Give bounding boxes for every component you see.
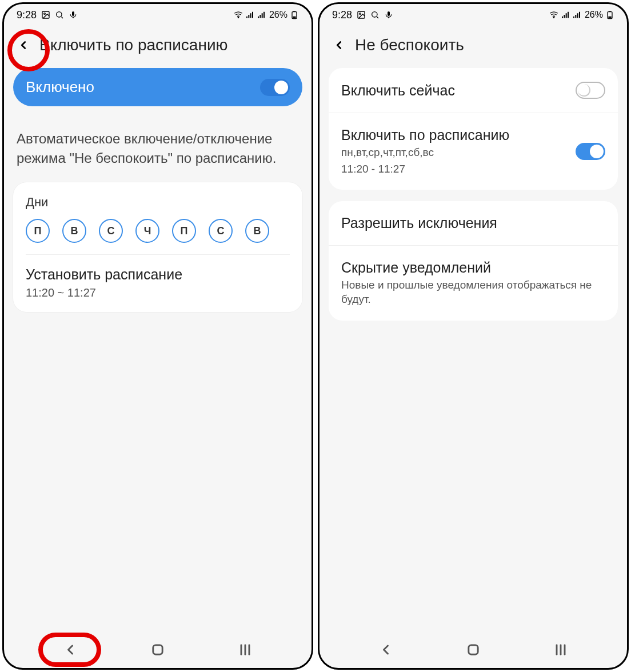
days-section[interactable]: Дни П В С Ч П С В bbox=[26, 195, 290, 243]
search-icon bbox=[55, 10, 64, 19]
svg-rect-18 bbox=[608, 17, 611, 18]
enable-schedule-title: Включить по расписанию bbox=[341, 127, 509, 143]
status-time: 9:28 bbox=[332, 9, 352, 21]
app-header: Не беспокоить bbox=[320, 26, 627, 68]
signal-icon-1 bbox=[561, 10, 570, 19]
svg-rect-3 bbox=[72, 11, 74, 16]
image-icon bbox=[357, 10, 366, 19]
annotation-back-highlight bbox=[7, 29, 50, 71]
phone-right: 9:28 26% bbox=[318, 2, 629, 670]
enable-schedule-switch[interactable] bbox=[576, 143, 605, 160]
day-chip-sat[interactable]: С bbox=[209, 219, 233, 243]
back-button[interactable] bbox=[331, 37, 347, 53]
nav-bar bbox=[320, 631, 627, 668]
nav-home-button[interactable] bbox=[463, 639, 484, 660]
nav-recents-button[interactable] bbox=[235, 639, 255, 660]
status-bar: 9:28 26% bbox=[320, 4, 627, 26]
wifi-icon bbox=[549, 10, 558, 19]
enable-now-switch[interactable] bbox=[576, 82, 605, 99]
battery-percent: 26% bbox=[269, 10, 287, 20]
day-chip-wed[interactable]: С bbox=[99, 219, 123, 243]
day-chip-sun[interactable]: В bbox=[245, 219, 269, 243]
page-title: Не беспокоить bbox=[355, 36, 464, 54]
battery-icon bbox=[605, 10, 614, 19]
svg-rect-19 bbox=[609, 11, 611, 11]
status-time: 9:28 bbox=[17, 9, 37, 21]
svg-rect-15 bbox=[388, 11, 390, 16]
svg-point-4 bbox=[238, 17, 238, 18]
status-left: 9:28 bbox=[17, 9, 78, 21]
svg-point-1 bbox=[44, 13, 46, 15]
exceptions-row[interactable]: Разрешить исключения bbox=[329, 201, 618, 245]
schedule-card: Дни П В С Ч П С В Установить расписание … bbox=[13, 182, 302, 312]
svg-point-14 bbox=[372, 12, 377, 17]
exceptions-title: Разрешить исключения bbox=[341, 215, 497, 231]
annotation-nav-back-highlight bbox=[38, 633, 101, 667]
svg-rect-20 bbox=[469, 645, 478, 654]
signal-icon-2 bbox=[257, 10, 266, 19]
enable-now-title: Включить сейчас bbox=[341, 82, 455, 99]
set-schedule-section[interactable]: Установить расписание 11:20 ~ 11:27 bbox=[26, 254, 290, 299]
schedule-description: Автоматическое включение/отключение режи… bbox=[13, 129, 302, 182]
wifi-icon bbox=[234, 10, 243, 19]
content-right: Включить сейчас Включить по расписанию п… bbox=[320, 68, 627, 631]
mic-icon bbox=[384, 10, 393, 19]
signal-icon-2 bbox=[572, 10, 581, 19]
svg-rect-6 bbox=[293, 17, 295, 18]
mic-icon bbox=[69, 10, 78, 19]
enable-schedule-time: 11:20 - 11:27 bbox=[341, 162, 509, 177]
phone-left: 9:28 26% bbox=[2, 2, 313, 670]
hide-notifications-row[interactable]: Скрытие уведомлений Новые и прошлые увед… bbox=[329, 245, 618, 320]
svg-rect-8 bbox=[153, 645, 162, 654]
nav-back-button[interactable] bbox=[376, 639, 396, 660]
day-chip-tue[interactable]: В bbox=[62, 219, 86, 243]
set-schedule-title: Установить расписание bbox=[26, 266, 290, 283]
set-schedule-value: 11:20 ~ 11:27 bbox=[26, 286, 290, 299]
dnd-secondary-card: Разрешить исключения Скрытие уведомлений… bbox=[329, 201, 618, 320]
svg-point-13 bbox=[360, 13, 361, 15]
status-right: 26% bbox=[234, 10, 299, 20]
nav-bar bbox=[4, 631, 311, 668]
svg-point-16 bbox=[553, 17, 554, 18]
svg-rect-7 bbox=[293, 11, 295, 11]
day-row: П В С Ч П С В bbox=[26, 219, 290, 243]
svg-point-2 bbox=[57, 12, 62, 17]
status-left: 9:28 bbox=[332, 9, 393, 21]
enable-now-row[interactable]: Включить сейчас bbox=[329, 68, 618, 113]
status-bar: 9:28 26% bbox=[4, 4, 311, 26]
master-toggle-row[interactable]: Включено bbox=[13, 68, 302, 106]
app-header: Включить по расписанию bbox=[4, 26, 311, 68]
status-right: 26% bbox=[549, 10, 614, 20]
hide-notifications-sub: Новые и прошлые уведомления отображаться… bbox=[341, 278, 605, 306]
battery-percent: 26% bbox=[585, 10, 603, 20]
search-icon bbox=[370, 10, 380, 19]
day-chip-fri[interactable]: П bbox=[172, 219, 196, 243]
enable-schedule-days: пн,вт,ср,чт,пт,сб,вс bbox=[341, 146, 509, 160]
hide-notifications-title: Скрытие уведомлений bbox=[341, 259, 605, 276]
nav-recents-button[interactable] bbox=[550, 639, 571, 660]
dnd-main-card: Включить сейчас Включить по расписанию п… bbox=[329, 68, 618, 190]
nav-home-button[interactable] bbox=[147, 639, 168, 660]
battery-icon bbox=[290, 10, 299, 19]
master-toggle-switch[interactable] bbox=[260, 79, 290, 96]
image-icon bbox=[41, 10, 50, 19]
day-chip-thu[interactable]: Ч bbox=[135, 219, 159, 243]
page-title: Включить по расписанию bbox=[39, 36, 228, 54]
days-label: Дни bbox=[26, 195, 290, 210]
content-left: Включено Автоматическое включение/отключ… bbox=[4, 68, 311, 631]
day-chip-mon[interactable]: П bbox=[26, 219, 50, 243]
enable-schedule-row[interactable]: Включить по расписанию пн,вт,ср,чт,пт,сб… bbox=[329, 113, 618, 190]
signal-icon-1 bbox=[245, 10, 254, 19]
master-toggle-label: Включено bbox=[26, 78, 94, 96]
